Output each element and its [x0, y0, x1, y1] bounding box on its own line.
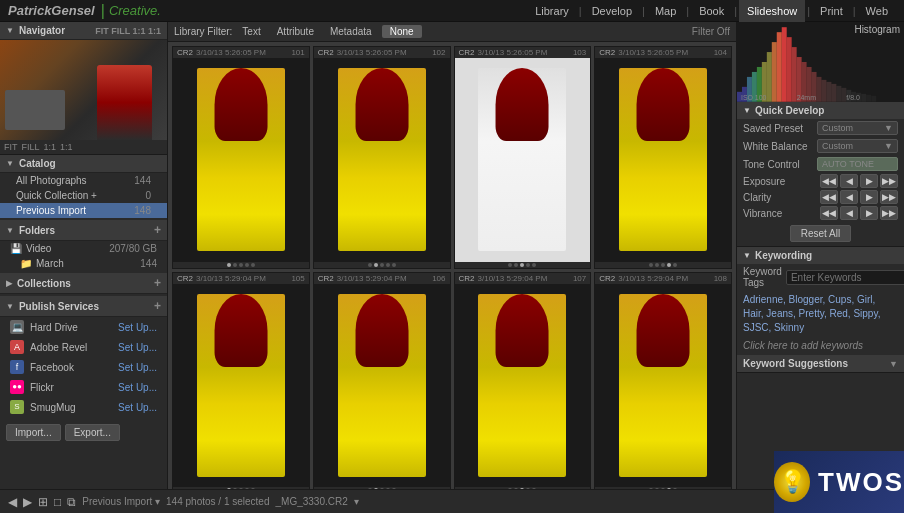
photo-cell-102[interactable]: CR2 3/10/13 5:26:05 PM 102 — [313, 46, 451, 269]
service-hard-drive[interactable]: 💻 Hard Drive Set Up... — [0, 317, 167, 337]
svg-rect-19 — [831, 84, 836, 102]
export-button[interactable]: Export... — [65, 424, 120, 441]
photo-figure-102 — [338, 68, 426, 251]
photo-thumb-105[interactable] — [173, 284, 309, 488]
svg-rect-8 — [777, 32, 782, 102]
quick-develop-header[interactable]: ▼ Quick Develop — [737, 102, 904, 119]
photo-thumb-104[interactable] — [595, 58, 731, 262]
white-balance-value[interactable]: Custom ▼ — [817, 139, 898, 153]
saved-preset-row: Saved Preset Custom ▼ — [737, 119, 904, 137]
grid-view-btn[interactable]: ⊞ — [38, 495, 48, 509]
navigator-figure — [97, 65, 152, 140]
photo-cell-104[interactable]: CR2 3/10/13 5:26:05 PM 104 — [594, 46, 732, 269]
nav-next-btn[interactable]: ▶ — [23, 495, 32, 509]
vibrance-decrease-large[interactable]: ◀◀ — [820, 206, 838, 220]
photo-figure-108 — [619, 294, 707, 477]
publish-services-section: ▼ Publish Services + 💻 Hard Drive Set Up… — [0, 296, 167, 417]
catalog-previous-import[interactable]: Previous Import 148 — [0, 203, 167, 218]
add-service-btn[interactable]: + — [154, 299, 161, 313]
nav-develop[interactable]: Develop — [584, 0, 640, 22]
logo-creative: Creative. — [109, 3, 161, 18]
keyword-click-note[interactable]: Click here to add keywords — [737, 338, 904, 353]
filter-tab-metadata[interactable]: Metadata — [324, 25, 378, 38]
photo-cell-101[interactable]: CR2 3/10/13 5:26:05 PM 101 — [172, 46, 310, 269]
publish-services-header[interactable]: ▼ Publish Services + — [0, 296, 167, 317]
photo-thumb-106[interactable] — [314, 284, 450, 488]
catalog-all-photos[interactable]: All Photographs 144 — [0, 173, 167, 188]
top-navigation: PatrickGensel | Creative. Library | Deve… — [0, 0, 904, 22]
photo-cell-103[interactable]: CR2 3/10/13 5:26:05 PM 103 — [454, 46, 592, 269]
library-filter-bar: Library Filter: Text Attribute Metadata … — [168, 22, 736, 42]
service-facebook[interactable]: f Facebook Set Up... — [0, 357, 167, 377]
photo-thumb-102[interactable] — [314, 58, 450, 262]
exposure-decrease-large[interactable]: ◀◀ — [820, 174, 838, 188]
nav-prev-btn[interactable]: ◀ — [8, 495, 17, 509]
vibrance-increase-large[interactable]: ▶▶ — [880, 206, 898, 220]
add-folder-btn[interactable]: + — [154, 223, 161, 237]
navigator-image — [0, 40, 167, 140]
navigator-title: Navigator — [19, 25, 65, 36]
clarity-increase-large[interactable]: ▶▶ — [880, 190, 898, 204]
photo-figure-107 — [478, 294, 566, 477]
photo-thumb-108[interactable] — [595, 284, 731, 488]
adobe-revel-icon: A — [10, 340, 24, 354]
photo-thumb-107[interactable] — [455, 284, 591, 488]
keyword-suggestions-header[interactable]: Keyword Suggestions ▼ — [737, 355, 904, 372]
nav-slideshow[interactable]: Slideshow — [739, 0, 805, 22]
filter-tab-text[interactable]: Text — [236, 25, 266, 38]
service-adobe-revel[interactable]: A Adobe Revel Set Up... — [0, 337, 167, 357]
catalog-quick-collection[interactable]: Quick Collection + 0 — [0, 188, 167, 203]
clarity-buttons: ◀◀ ◀ ▶ ▶▶ — [798, 190, 898, 204]
loupe-view-btn[interactable]: □ — [54, 495, 61, 509]
clarity-increase[interactable]: ▶ — [860, 190, 878, 204]
photo-cell-105[interactable]: CR2 3/10/13 5:29:04 PM 105 — [172, 272, 310, 489]
exposure-decrease[interactable]: ◀ — [840, 174, 858, 188]
nav-library[interactable]: Library — [527, 0, 577, 22]
nav-map[interactable]: Map — [647, 0, 684, 22]
exposure-increase[interactable]: ▶ — [860, 174, 878, 188]
photo-cell-107[interactable]: CR2 3/10/13 5:29:04 PM 107 — [454, 272, 592, 489]
reset-all-button[interactable]: Reset All — [790, 225, 851, 242]
nav-print[interactable]: Print — [812, 0, 851, 22]
center-area: Library Filter: Text Attribute Metadata … — [168, 22, 736, 489]
photo-figure-103 — [478, 68, 566, 251]
photo-figure-104 — [619, 68, 707, 251]
clarity-decrease-large[interactable]: ◀◀ — [820, 190, 838, 204]
photo-thumb-103[interactable] — [455, 58, 591, 262]
photo-cell-108[interactable]: CR2 3/10/13 5:29:04 PM 108 — [594, 272, 732, 489]
tone-control-value[interactable]: AUTO TONE — [817, 157, 898, 171]
catalog-header[interactable]: ▼ Catalog — [0, 155, 167, 173]
navigator-header[interactable]: ▼ Navigator FIT FILL 1:1 1:1 — [0, 22, 167, 40]
add-collection-btn[interactable]: + — [154, 276, 161, 290]
vibrance-decrease[interactable]: ◀ — [840, 206, 858, 220]
keywording-section: ▼ Keywording Keyword Tags ▼ Adrienne, Bl… — [737, 247, 904, 373]
keywording-header[interactable]: ▼ Keywording — [737, 247, 904, 264]
svg-rect-7 — [772, 42, 777, 102]
svg-rect-17 — [821, 80, 826, 102]
filter-tab-attribute[interactable]: Attribute — [271, 25, 320, 38]
exposure-increase-large[interactable]: ▶▶ — [880, 174, 898, 188]
histogram-area: Histogram — [737, 22, 904, 102]
nav-book[interactable]: Book — [691, 0, 732, 22]
photo-figure-106 — [338, 294, 426, 477]
svg-rect-9 — [782, 27, 787, 102]
folder-march[interactable]: 📁 March 144 — [0, 256, 167, 271]
folder-video[interactable]: 💾 Video 207/80 GB — [0, 241, 167, 256]
import-button[interactable]: Import... — [6, 424, 61, 441]
saved-preset-value[interactable]: Custom ▼ — [817, 121, 898, 135]
photo-cell-106[interactable]: CR2 3/10/13 5:29:04 PM 106 — [313, 272, 451, 489]
compare-view-btn[interactable]: ⧉ — [67, 495, 76, 509]
collections-header[interactable]: ▶ Collections + — [0, 273, 167, 294]
drive-icon: 💾 — [10, 243, 22, 254]
previous-import-label: Previous Import ▾ — [82, 496, 160, 507]
service-flickr[interactable]: ●● Flickr Set Up... — [0, 377, 167, 397]
service-smugmug[interactable]: S SmugMug Set Up... — [0, 397, 167, 417]
filter-tab-none[interactable]: None — [382, 25, 422, 38]
clarity-decrease[interactable]: ◀ — [840, 190, 858, 204]
vibrance-increase[interactable]: ▶ — [860, 206, 878, 220]
nav-web[interactable]: Web — [858, 0, 896, 22]
folders-header[interactable]: ▼ Folders + — [0, 220, 167, 241]
photo-figure-101 — [197, 68, 285, 251]
photo-thumb-101[interactable] — [173, 58, 309, 262]
keyword-input[interactable] — [786, 270, 904, 285]
